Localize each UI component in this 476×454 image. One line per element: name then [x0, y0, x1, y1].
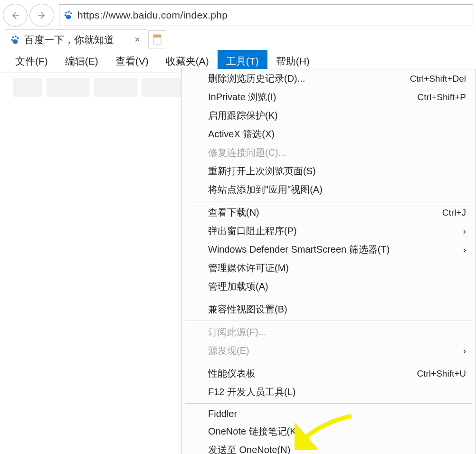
menu-item-label: ActiveX 筛选(X) — [208, 128, 466, 141]
svg-rect-11 — [153, 35, 161, 38]
menu-item-shortcut: Ctrl+Shift+Del — [410, 74, 466, 84]
menu-separator — [185, 362, 472, 362]
tools-menu-item[interactable]: 将站点添加到"应用"视图(A) — [181, 180, 476, 199]
svg-point-4 — [66, 15, 71, 19]
menu-separator — [185, 403, 472, 404]
tools-menu-item[interactable]: OneNote 链接笔记(K) — [181, 422, 476, 441]
tools-menu-item[interactable]: 兼容性视图设置(B) — [181, 300, 476, 319]
tools-dropdown: 删除浏览历史记录(D)...Ctrl+Shift+DelInPrivate 浏览… — [181, 69, 476, 454]
tools-menu-item[interactable]: 管理加载项(A) — [181, 277, 476, 296]
menu-file[interactable]: 文件(F) — [7, 50, 57, 73]
menu-item-label: 删除浏览历史记录(D)... — [208, 72, 410, 85]
menu-item-label: 修复连接问题(C)... — [208, 146, 466, 159]
menu-separator — [185, 298, 472, 298]
menu-item-label: 管理加载项(A) — [208, 280, 466, 293]
tab-title: 百度一下，你就知道 — [24, 33, 129, 47]
baidu-paw-icon — [10, 35, 20, 45]
tools-menu-item[interactable]: 发送至 OneNote(N) — [181, 441, 476, 454]
menu-item-shortcut: Ctrl+Shift+U — [417, 369, 466, 379]
svg-point-5 — [12, 36, 14, 38]
menu-item-label: 发送至 OneNote(N) — [208, 444, 466, 454]
page-icon — [153, 34, 162, 45]
menu-item-label: Windows Defender SmartScreen 筛选器(T) — [208, 243, 460, 256]
svg-point-6 — [15, 35, 17, 37]
new-tab-button[interactable] — [148, 30, 166, 48]
menu-item-label: F12 开发人员工具(L) — [208, 386, 466, 398]
svg-point-7 — [17, 37, 19, 39]
arrow-right-icon — [36, 9, 48, 21]
chevron-right-icon: › — [460, 245, 466, 255]
tools-menu-item[interactable]: 查看下载(N)Ctrl+J — [181, 203, 476, 222]
tools-menu-item[interactable]: 弹出窗口阻止程序(P)› — [181, 222, 476, 240]
url-text: https://www.baidu.com/index.php — [77, 9, 228, 21]
forward-button[interactable] — [29, 4, 54, 27]
menu-separator — [185, 321, 472, 321]
menu-item-label: 性能仪表板 — [208, 367, 417, 380]
menu-item-label: 弹出窗口阻止程序(P) — [208, 225, 460, 237]
chevron-right-icon: › — [460, 226, 466, 236]
baidu-paw-icon — [63, 10, 74, 20]
tools-menu-item: 源发现(E)› — [181, 341, 476, 360]
tab-baidu[interactable]: 百度一下，你就知道 × — [5, 29, 147, 50]
tools-menu-item[interactable]: 性能仪表板Ctrl+Shift+U — [181, 364, 476, 383]
tools-menu-item: 订阅此源(F)... — [181, 323, 476, 341]
menu-item-label: Fiddler — [208, 408, 466, 419]
menu-item-shortcut: Ctrl+J — [442, 208, 466, 218]
tab-close-button[interactable]: × — [133, 34, 142, 45]
menu-item-label: InPrivate 浏览(I) — [208, 91, 418, 104]
nav-bar: https://www.baidu.com/index.php — [0, 0, 476, 29]
menu-item-label: 兼容性视图设置(B) — [208, 303, 466, 316]
menu-view[interactable]: 查看(V) — [107, 50, 157, 73]
tab-strip: 百度一下，你就知道 × — [0, 29, 476, 50]
tools-menu-item: 修复连接问题(C)... — [181, 143, 476, 162]
tools-menu-item[interactable]: ActiveX 筛选(X) — [181, 125, 476, 143]
tools-menu-item[interactable]: 删除浏览历史记录(D)...Ctrl+Shift+Del — [181, 69, 476, 88]
menu-edit[interactable]: 编辑(E) — [57, 50, 107, 73]
tools-menu-item[interactable]: 启用跟踪保护(K) — [181, 106, 476, 125]
tools-menu-item[interactable]: Windows Defender SmartScreen 筛选器(T)› — [181, 240, 476, 259]
menu-item-shortcut: Ctrl+Shift+P — [418, 92, 466, 103]
svg-point-3 — [65, 14, 67, 16]
tools-menu-item[interactable]: 重新打开上次浏览页面(S) — [181, 162, 476, 180]
menu-item-label: 启用跟踪保护(K) — [208, 109, 466, 122]
menu-item-label: OneNote 链接笔记(K) — [208, 425, 466, 438]
svg-point-1 — [68, 11, 70, 13]
menu-item-label: 重新打开上次浏览页面(S) — [208, 165, 466, 178]
menu-separator — [185, 201, 472, 201]
svg-point-8 — [11, 38, 13, 40]
chevron-right-icon: › — [460, 346, 466, 356]
arrow-left-icon — [10, 9, 21, 21]
menu-item-label: 管理媒体许可证(M) — [208, 262, 466, 274]
tools-menu-item[interactable]: 管理媒体许可证(M) — [181, 259, 476, 277]
svg-point-9 — [13, 39, 18, 44]
tools-menu-item[interactable]: InPrivate 浏览(I)Ctrl+Shift+P — [181, 88, 476, 106]
address-bar[interactable]: https://www.baidu.com/index.php — [59, 4, 473, 26]
menu-item-label: 查看下载(N) — [208, 206, 442, 219]
tools-menu-item[interactable]: F12 开发人员工具(L) — [181, 383, 476, 401]
svg-point-2 — [70, 12, 72, 14]
back-button[interactable] — [3, 4, 28, 27]
menu-item-label: 源发现(E) — [208, 344, 460, 357]
menu-item-label: 将站点添加到"应用"视图(A) — [208, 183, 466, 196]
svg-point-0 — [65, 11, 67, 13]
tools-menu-item[interactable]: Fiddler — [181, 406, 476, 422]
menu-item-label: 订阅此源(F)... — [208, 326, 466, 339]
